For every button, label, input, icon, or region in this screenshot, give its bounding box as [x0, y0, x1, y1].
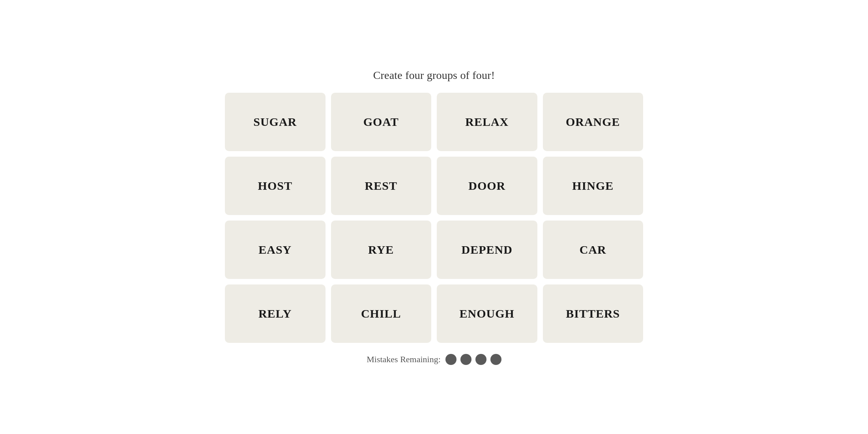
mistakes-label: Mistakes Remaining:	[367, 354, 441, 365]
instruction-text: Create four groups of four!	[373, 69, 495, 82]
mistake-dot-2	[460, 354, 471, 365]
word-card-door[interactable]: DOOR	[437, 157, 537, 215]
word-label-door: DOOR	[468, 179, 505, 193]
word-card-relax[interactable]: RELAX	[437, 93, 537, 151]
word-card-hinge[interactable]: HINGE	[543, 157, 644, 215]
word-label-car: CAR	[580, 243, 606, 256]
word-card-car[interactable]: CAR	[543, 221, 644, 279]
mistakes-dots	[445, 354, 501, 365]
word-card-goat[interactable]: GOAT	[331, 93, 432, 151]
word-label-depend: DEPEND	[462, 243, 513, 256]
word-label-enough: ENOUGH	[460, 307, 514, 320]
word-label-orange: ORANGE	[566, 115, 620, 129]
word-label-relax: RELAX	[465, 115, 509, 129]
word-card-enough[interactable]: ENOUGH	[437, 284, 537, 343]
word-label-easy: EASY	[258, 243, 292, 256]
word-label-rely: RELY	[258, 307, 292, 320]
word-card-sugar[interactable]: SUGAR	[225, 93, 326, 151]
game-container: Create four groups of four! SUGARGOATREL…	[225, 69, 643, 365]
word-card-rest[interactable]: REST	[331, 157, 432, 215]
word-card-depend[interactable]: DEPEND	[437, 221, 537, 279]
mistakes-row: Mistakes Remaining:	[367, 354, 501, 365]
word-label-sugar: SUGAR	[253, 115, 297, 129]
word-label-chill: CHILL	[361, 307, 401, 320]
mistake-dot-3	[475, 354, 486, 365]
word-grid: SUGARGOATRELAXORANGEHOSTRESTDOORHINGEEAS…	[225, 93, 643, 343]
word-card-rye[interactable]: RYE	[331, 221, 432, 279]
word-card-bitters[interactable]: BITTERS	[543, 284, 644, 343]
word-label-rye: RYE	[368, 243, 394, 256]
word-card-easy[interactable]: EASY	[225, 221, 326, 279]
word-card-host[interactable]: HOST	[225, 157, 326, 215]
word-label-goat: GOAT	[363, 115, 399, 129]
word-label-bitters: BITTERS	[566, 307, 620, 320]
word-label-host: HOST	[258, 179, 292, 193]
word-card-chill[interactable]: CHILL	[331, 284, 432, 343]
word-label-rest: REST	[365, 179, 397, 193]
word-card-rely[interactable]: RELY	[225, 284, 326, 343]
word-card-orange[interactable]: ORANGE	[543, 93, 644, 151]
mistake-dot-4	[490, 354, 501, 365]
mistake-dot-1	[445, 354, 456, 365]
word-label-hinge: HINGE	[572, 179, 614, 193]
